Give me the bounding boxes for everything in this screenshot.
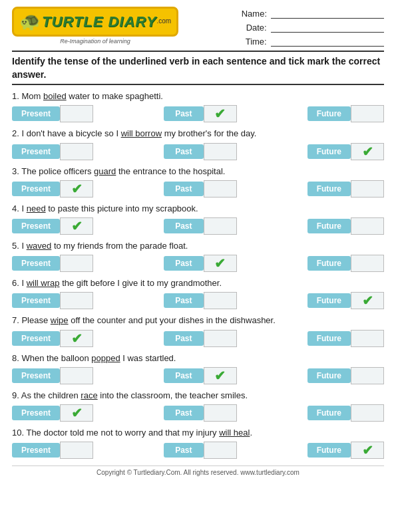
- present-box-2[interactable]: [60, 143, 93, 160]
- logo-text: TURTLE DIARY: [42, 13, 157, 31]
- answer-group-past-7: Past: [164, 330, 237, 347]
- answer-group-present-6: Present: [12, 292, 93, 309]
- date-input[interactable]: [271, 22, 384, 33]
- answer-group-past-9: Past: [164, 404, 237, 422]
- present-btn-5[interactable]: Present: [12, 256, 60, 271]
- checkmark-present-7: ✔: [71, 332, 83, 345]
- past-box-1[interactable]: ✔: [204, 105, 237, 122]
- name-row: Name:: [242, 8, 384, 19]
- past-box-8[interactable]: ✔: [204, 367, 237, 384]
- future-btn-8[interactable]: Future: [307, 368, 351, 383]
- answer-group-future-1: Future: [307, 105, 384, 122]
- future-btn-5[interactable]: Future: [307, 256, 351, 271]
- present-btn-3[interactable]: Present: [12, 182, 60, 196]
- future-btn-7[interactable]: Future: [307, 331, 351, 346]
- future-box-9[interactable]: [351, 404, 384, 422]
- answer-group-present-7: Present✔: [12, 330, 93, 347]
- logo-tagline: Re-Imagination of learning: [60, 38, 130, 45]
- answer-row-10: PresentPastFuture✔: [12, 442, 384, 459]
- future-box-4[interactable]: [351, 217, 384, 235]
- checkmark-past-5: ✔: [214, 257, 226, 270]
- present-btn-2[interactable]: Present: [12, 144, 60, 159]
- future-box-7[interactable]: [351, 330, 384, 347]
- past-box-6[interactable]: [204, 292, 237, 309]
- present-btn-8[interactable]: Present: [12, 368, 60, 383]
- present-box-4[interactable]: ✔: [60, 217, 93, 235]
- past-box-10[interactable]: [204, 442, 237, 459]
- answer-group-present-8: Present: [12, 367, 93, 384]
- future-btn-6[interactable]: Future: [307, 293, 351, 308]
- past-btn-6[interactable]: Past: [164, 293, 204, 308]
- time-input[interactable]: [271, 36, 384, 47]
- past-btn-5[interactable]: Past: [164, 256, 204, 271]
- answer-row-8: PresentPast✔Future: [12, 367, 384, 384]
- answer-group-present-4: Present✔: [12, 217, 93, 235]
- question-text-5: 5. I waved to my friends from the parade…: [12, 240, 384, 252]
- answer-group-future-9: Future: [307, 404, 384, 422]
- question-6: 6. I will wrap the gift before I give it…: [12, 277, 384, 309]
- present-btn-6[interactable]: Present: [12, 293, 60, 308]
- past-box-4[interactable]: [204, 217, 237, 235]
- future-btn-10[interactable]: Future: [307, 443, 351, 458]
- past-btn-1[interactable]: Past: [164, 106, 204, 121]
- answer-group-past-5: Past✔: [164, 255, 237, 272]
- future-btn-4[interactable]: Future: [307, 219, 351, 233]
- question-text-1: 1. Mom boiled water to make spaghetti.: [12, 90, 384, 102]
- future-box-8[interactable]: [351, 367, 384, 384]
- present-btn-7[interactable]: Present: [12, 331, 60, 346]
- past-btn-4[interactable]: Past: [164, 219, 204, 233]
- present-box-7[interactable]: ✔: [60, 330, 93, 347]
- answer-group-future-5: Future: [307, 255, 384, 272]
- present-box-8[interactable]: [60, 367, 93, 384]
- present-btn-1[interactable]: Present: [12, 106, 60, 121]
- present-box-3[interactable]: ✔: [60, 180, 93, 198]
- past-box-7[interactable]: [204, 330, 237, 347]
- present-btn-4[interactable]: Present: [12, 219, 60, 233]
- future-box-3[interactable]: [351, 180, 384, 198]
- answer-group-future-4: Future: [307, 217, 384, 235]
- past-btn-2[interactable]: Past: [164, 144, 204, 159]
- question-text-2: 2. I don't have a bicycle so I will borr…: [12, 128, 384, 140]
- checkmark-present-3: ✔: [71, 182, 83, 196]
- past-box-9[interactable]: [204, 404, 237, 422]
- present-btn-10[interactable]: Present: [12, 443, 60, 458]
- future-btn-2[interactable]: Future: [307, 144, 351, 159]
- answer-row-3: Present✔PastFuture: [12, 180, 384, 198]
- past-box-3[interactable]: [204, 180, 237, 198]
- title-text: Identify the tense of the underlined ver…: [12, 55, 384, 81]
- future-btn-3[interactable]: Future: [307, 182, 351, 196]
- future-box-2[interactable]: ✔: [351, 143, 384, 160]
- present-box-5[interactable]: [60, 255, 93, 272]
- future-btn-1[interactable]: Future: [307, 106, 351, 121]
- future-box-1[interactable]: [351, 105, 384, 122]
- answer-group-present-10: Present: [12, 442, 93, 459]
- answer-group-future-7: Future: [307, 330, 384, 347]
- future-btn-9[interactable]: Future: [307, 406, 351, 420]
- question-2: 2. I don't have a bicycle so I will borr…: [12, 128, 384, 160]
- past-btn-9[interactable]: Past: [164, 406, 204, 420]
- past-box-2[interactable]: [204, 143, 237, 160]
- present-box-9[interactable]: ✔: [60, 404, 93, 422]
- present-box-6[interactable]: [60, 292, 93, 309]
- present-box-10[interactable]: [60, 442, 93, 459]
- answer-group-future-10: Future✔: [307, 442, 384, 459]
- answer-group-future-3: Future: [307, 180, 384, 198]
- past-box-5[interactable]: ✔: [204, 255, 237, 272]
- future-box-10[interactable]: ✔: [351, 442, 384, 459]
- answer-group-future-2: Future✔: [307, 143, 384, 160]
- past-btn-8[interactable]: Past: [164, 368, 204, 383]
- future-box-5[interactable]: [351, 255, 384, 272]
- answer-group-present-2: Present: [12, 143, 93, 160]
- question-3: 3. The police officers guard the entranc…: [12, 166, 384, 198]
- past-btn-7[interactable]: Past: [164, 331, 204, 346]
- present-box-1[interactable]: [60, 105, 93, 122]
- past-btn-10[interactable]: Past: [164, 443, 204, 458]
- present-btn-9[interactable]: Present: [12, 406, 60, 420]
- footer: Copyright © Turtlediary.Com. All rights …: [12, 466, 384, 476]
- name-input[interactable]: [271, 8, 384, 19]
- answer-group-present-5: Present: [12, 255, 93, 272]
- logo-com: .com: [157, 17, 172, 25]
- future-box-6[interactable]: ✔: [351, 292, 384, 309]
- past-btn-3[interactable]: Past: [164, 182, 204, 196]
- page: 🐢 TURTLE DIARY .com Re-Imagination of le…: [0, 0, 396, 532]
